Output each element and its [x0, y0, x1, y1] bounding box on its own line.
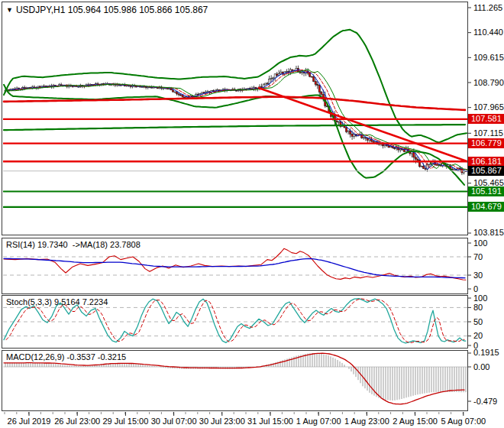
time-tick-label: 26 Jul 2019 — [8, 417, 51, 426]
symbol-dropdown-icon[interactable]: ▼ — [6, 6, 13, 14]
stoch-tick-label: 100 — [473, 293, 487, 303]
time-tick-label: 30 Jul 07:00 — [151, 417, 197, 426]
symbol-ohlc-text: USDJPY,H1 105.964 105.986 105.866 105.86… — [16, 5, 208, 15]
time-tick-label: 1 Aug 07:00 — [296, 417, 341, 426]
chart-title: ▼USDJPY,H1 105.964 105.986 105.866 105.8… — [6, 5, 208, 15]
price-badge: 105.867 — [468, 166, 504, 176]
price-badge: 106.779 — [468, 138, 504, 148]
price-badge: 104.679 — [468, 202, 504, 212]
time-tick-label: 1 Aug 23:00 — [344, 417, 389, 426]
price-tick-label: 111.265 — [473, 3, 502, 13]
price-badge: 105.191 — [468, 186, 504, 196]
rsi-tick-label: 70 — [473, 252, 483, 262]
time-tick-label: 31 Jul 15:00 — [247, 417, 293, 426]
price-badge: 106.181 — [468, 157, 504, 167]
chart-window: ▼USDJPY,H1 105.964 105.986 105.866 105.8… — [0, 0, 504, 428]
time-tick-label: 29 Jul 15:00 — [102, 417, 148, 426]
stoch-tick-label: 20 — [473, 331, 483, 341]
macd-tick-label: -0.479 — [473, 397, 497, 407]
macd-tick-label: 0.1915 — [473, 348, 499, 358]
stochastic-panel[interactable] — [2, 295, 468, 349]
price-tick-label: 103.815 — [473, 228, 504, 238]
time-tick-label: 2 Aug 15:00 — [393, 417, 438, 426]
time-tick-label: 30 Jul 23:00 — [199, 417, 245, 426]
time-tick-label: 26 Jul 23:00 — [54, 417, 100, 426]
stoch-tick-label: 80 — [473, 303, 483, 313]
price-tick-label: 107.115 — [473, 128, 503, 138]
macd-panel[interactable] — [2, 350, 468, 411]
price-badge: 107.581 — [468, 114, 504, 124]
price-tick-label: 110.440 — [473, 28, 503, 37]
price-tick-label: 108.790 — [473, 78, 504, 88]
main-chart-panel[interactable] — [2, 2, 468, 235]
rsi-panel[interactable] — [2, 238, 468, 294]
time-tick-label: 5 Aug 07:00 — [441, 417, 486, 426]
macd-tick-label: 0.00 — [473, 362, 489, 372]
price-tick-label: 107.965 — [473, 102, 504, 112]
rsi-tick-label: 100 — [473, 238, 487, 248]
price-tick-label: 109.615 — [473, 53, 504, 63]
stoch-tick-label: 50 — [473, 317, 483, 327]
rsi-tick-label: 30 — [473, 271, 483, 280]
